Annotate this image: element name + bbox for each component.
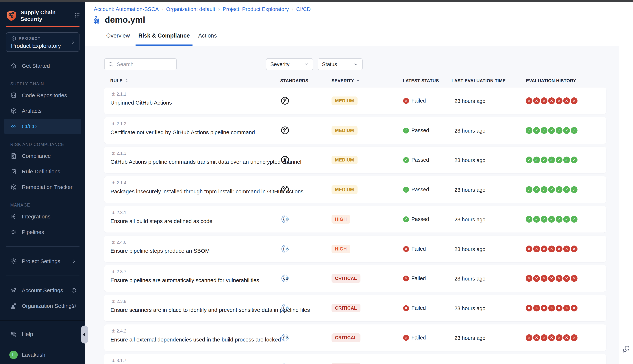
sidebar-item-remediation-tracker[interactable]: Remediation Tracker [4, 179, 81, 195]
passed-icon: ✓ [403, 187, 409, 192]
table-row[interactable]: Id: 2.1.1Unpinned GitHub ActionsMEDIUM✕F… [104, 88, 606, 114]
failed-icon: ✕ [571, 334, 578, 341]
table-row[interactable]: Id: 2.4.2Ensure all external dependencie… [104, 324, 606, 351]
severity-badge: MEDIUM [332, 96, 358, 105]
failed-icon: ✕ [548, 305, 555, 312]
latest-status: ✕Failed [403, 335, 426, 341]
table-row[interactable]: Id: 2.1.4Packages insecurely installed t… [104, 176, 606, 203]
sidebar-collapse-handle[interactable] [81, 326, 88, 344]
evaluation-history: ✕✕✕✕✕✕✕ [526, 334, 578, 341]
table-row[interactable]: Id: 2.3.8Ensure scanners are in place to… [104, 295, 606, 321]
rule-name: Ensure all build steps are defined as co… [110, 218, 212, 224]
severity-badge: CRITICAL [332, 334, 360, 342]
breadcrumb-link[interactable]: CI/CD [296, 6, 311, 12]
sidebar-item-cicd[interactable]: CI/CD [4, 119, 81, 134]
rule-id: Id: 2.3.1 [110, 210, 126, 215]
sidebar-item-organization-settings[interactable]: Organization Settings [4, 298, 81, 314]
sidebar-item-label: Get Started [22, 63, 50, 69]
sidebar-item-get-started[interactable]: Get Started [4, 58, 81, 74]
cis-icon: CIS [280, 362, 290, 364]
tabbar: OverviewRisk & ComplianceActions [85, 27, 619, 46]
evaluation-history: ✓✓✓✓✓✓✓ [526, 156, 578, 163]
sidebar-item-project-settings[interactable]: Project Settings [4, 254, 81, 269]
pipeline-icon [10, 229, 17, 236]
pipeline-icon [94, 16, 102, 24]
failed-icon: ✕ [526, 305, 532, 312]
project-name: Product Exploratory [11, 43, 76, 49]
passed-icon: ✓ [403, 128, 409, 134]
sidebar-item-label: Organization Settings [22, 303, 74, 309]
module-grid-icon[interactable] [74, 12, 80, 18]
chat-help-icon[interactable] [622, 345, 630, 354]
failed-icon: ✕ [541, 305, 548, 312]
sidebar-item-code-repositories[interactable]: Code Repositories [4, 88, 81, 103]
rule-id: Id: 2.4.6 [110, 240, 126, 245]
failed-icon: ✕ [563, 334, 570, 341]
table-row[interactable]: Id: 2.3.7Ensure pipelines are automatica… [104, 265, 606, 292]
right-utility-strip [619, 2, 633, 364]
last-evaluation-time: 23 hours ago [454, 335, 485, 341]
latest-status: ✓Passed [403, 186, 429, 192]
passed-icon: ✓ [556, 127, 562, 134]
user-menu[interactable]: LLavakush [4, 347, 81, 362]
project-selector[interactable]: PROJECT Product Exploratory [6, 32, 80, 52]
breadcrumb-link[interactable]: Project: Product Exploratory [223, 6, 289, 12]
rule-name: Ensure pipelines are automatically scann… [110, 277, 259, 284]
table-row[interactable]: Id: 2.1.3GitHub Actions pipeline command… [104, 147, 606, 173]
chevron-right-icon [71, 258, 76, 264]
status-text: Failed [412, 305, 426, 311]
sidebar: Supply Chain Security PROJECT Product Ex… [0, 2, 85, 364]
home-icon [10, 62, 17, 69]
supply-chain-security-logo-icon [6, 9, 17, 22]
owasp-icon [280, 185, 290, 194]
failed-icon: ✕ [526, 98, 532, 104]
table-row[interactable]: Id: 3.1.7CISCRITICAL✕Failed23 hours ago✕… [104, 354, 606, 364]
sidebar-item-artifacts[interactable]: Artifacts [4, 103, 81, 119]
sidebar-item-integrations[interactable]: Integrations [4, 209, 81, 224]
failed-icon: ✕ [548, 275, 555, 282]
cis-icon: CIS [280, 214, 290, 224]
sidebar-item-account-settings[interactable]: Account Settings [4, 282, 81, 298]
sidebar-nav: Get StartedSUPPLY CHAINCode Repositories… [0, 58, 85, 362]
latest-status: ✓Passed [403, 157, 429, 163]
rule-name: Ensure pipeline steps produce an SBOM [110, 248, 210, 254]
rule-name: Unpinned GitHub Actions [110, 100, 172, 106]
passed-icon: ✓ [571, 127, 578, 134]
sidebar-item-rule-definitions[interactable]: Rule Definitions [4, 164, 81, 179]
breadcrumb-separator-icon: › [162, 6, 164, 12]
breadcrumb-link[interactable]: Organization: default [166, 6, 215, 12]
svg-text:CIS: CIS [283, 277, 289, 280]
passed-icon: ✓ [563, 186, 570, 193]
passed-icon: ✓ [533, 186, 540, 193]
failed-icon: ✕ [563, 275, 570, 282]
sidebar-item-compliance[interactable]: Compliance [4, 148, 81, 164]
table-row[interactable]: Id: 2.4.6Ensure pipeline steps produce a… [104, 236, 606, 262]
tab-risk-compliance[interactable]: Risk & Compliance [136, 27, 192, 46]
table-row[interactable]: Id: 2.3.1Ensure all build steps are defi… [104, 206, 606, 232]
sidebar-item-pipelines[interactable]: Pipelines [4, 224, 81, 240]
sidebar-item-label: Code Repositories [22, 92, 67, 98]
sidebar-item-label: Remediation Tracker [22, 184, 72, 190]
severity-badge: HIGH [332, 244, 350, 253]
sidebar-divider [6, 276, 80, 276]
sidebar-footer-divider [0, 320, 85, 321]
sidebar-item-help[interactable]: Help [4, 326, 81, 342]
table-row[interactable]: Id: 2.1.2Certificate not verified by Git… [104, 117, 606, 144]
cis-icon: CIS [280, 304, 290, 312]
breadcrumb: Account: Automation-SSCA›Organization: d… [94, 6, 311, 12]
passed-icon: ✓ [571, 186, 578, 193]
failed-icon: ✕ [541, 334, 548, 341]
failed-icon: ✕ [533, 275, 540, 282]
tab-actions[interactable]: Actions [196, 27, 220, 46]
evaluation-history: ✕✕✕✕✕✕✕ [526, 305, 578, 312]
last-evaluation-time: 23 hours ago [454, 128, 485, 134]
latest-status: ✕Failed [403, 276, 426, 282]
content-area: Severity Status RULE STANDARDS SEVERITY … [85, 46, 619, 364]
severity-badge: HIGH [332, 215, 350, 224]
passed-icon: ✓ [548, 156, 555, 163]
breadcrumb-link[interactable]: Account: Automation-SSCA [94, 6, 159, 12]
latest-status: ✓Passed [403, 216, 429, 222]
tab-overview[interactable]: Overview [104, 27, 132, 46]
failed-icon: ✕ [541, 246, 548, 252]
severity-badge: MEDIUM [332, 126, 358, 135]
